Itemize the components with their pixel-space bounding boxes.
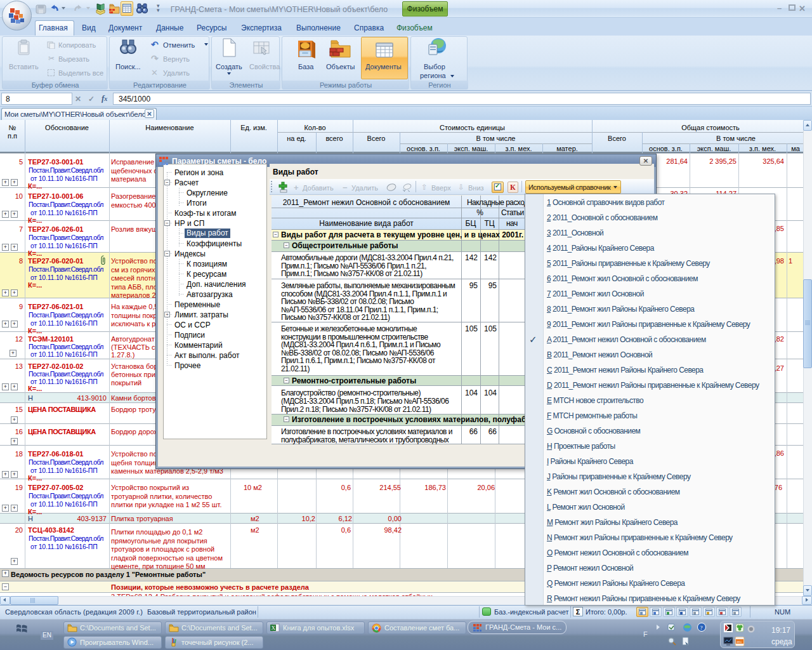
svg-text:X: X [272, 625, 276, 631]
svg-text:?: ? [700, 625, 703, 631]
svg-text:JPG: JPG [737, 640, 742, 644]
